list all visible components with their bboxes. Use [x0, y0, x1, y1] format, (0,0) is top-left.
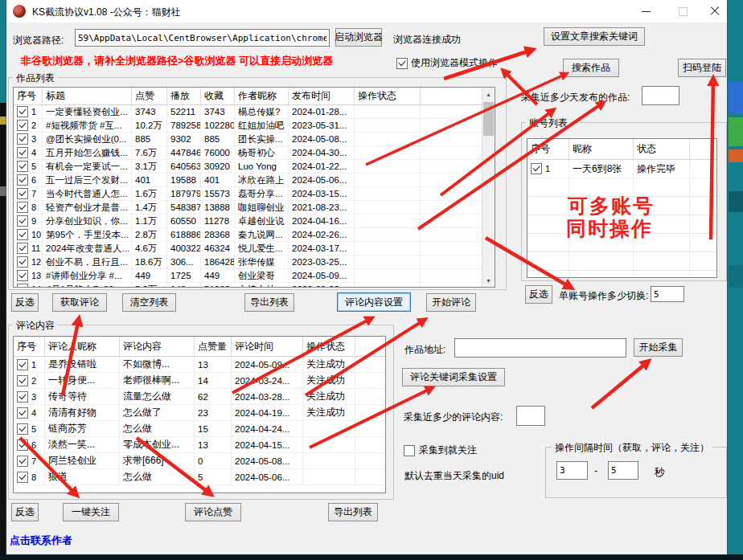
works-table-row[interactable]: 8 轻资产创业才是普... 1.4万 548387 13888 咖姐聊创业 20…: [14, 201, 495, 215]
work-author-cell: 杨哥初心: [235, 146, 289, 159]
works-table-row[interactable]: 7 当今时代普通人怎... 1.6万 187979 15573 磊哥分享... …: [14, 187, 495, 201]
work-plays-cell: 618886: [167, 228, 201, 241]
close-button[interactable]: [703, 0, 727, 22]
checkbox-checked-icon[interactable]: [17, 161, 28, 172]
checkbox-checked-icon[interactable]: [17, 133, 28, 145]
work-author-cell: 咖姐聊创业: [235, 201, 289, 214]
checkbox-checked-icon[interactable]: [17, 147, 28, 158]
col-header-filler: [690, 139, 716, 159]
works-table-row[interactable]: 1 一定要懂轻资创业... 3743 52211 3743 楊总传媒? 2024…: [14, 105, 495, 119]
checkbox-checked-icon[interactable]: [531, 163, 542, 174]
follow-on-collect-checkbox[interactable]: 采集到就关注: [404, 444, 477, 457]
works-table-row[interactable]: 3 @团长实操创业(0... 885 9302 885 团长实操... 2024…: [14, 133, 495, 146]
works-scrollbar[interactable]: ▲ ▼: [482, 88, 495, 287]
checkbox-checked-icon[interactable]: [17, 359, 28, 370]
checkbox-checked-icon[interactable]: [17, 472, 28, 483]
comment-row[interactable]: 5 链商苏芳 怎么做 15 2024-04-24...: [14, 421, 385, 437]
checkbox-checked-icon[interactable]: [17, 202, 28, 213]
like-comments-button[interactable]: 评论点赞: [185, 503, 241, 521]
work-title-cell: 2024年改变普通人...: [43, 242, 132, 255]
works-table-row[interactable]: 14 4月1号晚上7: 30... 5.2万 143... 51928 主持人林…: [14, 283, 495, 288]
get-comments-button[interactable]: 获取评论: [52, 293, 107, 312]
scrollbar-down-icon[interactable]: ▼: [482, 274, 495, 287]
comment-row[interactable]: 4 清清有好物 怎么做了 23 2024-04-19... 关注成功: [14, 405, 385, 421]
works-table-row[interactable]: 2 #短视频带货 #互... 10.2万 789258 102280 红姐加油吧…: [14, 119, 495, 133]
checkbox-checked-icon[interactable]: [17, 243, 28, 254]
row-select-cell: 4: [14, 405, 45, 420]
set-article-keywords-button[interactable]: 设置文章搜索关键词: [544, 27, 645, 46]
works-table-row[interactable]: 9 分享创业知识，你... 1.1万 60550 11278 卓越创业说 202…: [14, 215, 495, 228]
works-table-row[interactable]: 13 #讲师创业分享 #... 449 1725 449 创业梁哥 2024-0…: [14, 269, 495, 283]
checkbox-checked-icon[interactable]: [17, 106, 28, 117]
work-title-cell: 分享创业知识，你...: [43, 215, 132, 227]
interval-min-input[interactable]: [556, 461, 588, 480]
clear-list-button[interactable]: 清空列表: [122, 293, 176, 312]
comment-count-input[interactable]: [516, 406, 545, 426]
checkbox-checked-icon[interactable]: [17, 439, 28, 451]
checkbox-checked-icon[interactable]: [17, 215, 28, 227]
checkbox-checked-icon[interactable]: [17, 120, 28, 131]
checkbox-checked-icon[interactable]: [17, 284, 28, 288]
checkbox-checked-icon[interactable]: [17, 391, 28, 403]
desktop-icon-speck: [729, 265, 743, 288]
works-invert-button[interactable]: 反选: [11, 293, 39, 312]
work-title-cell: #讲师创业分享 #...: [43, 269, 132, 282]
account-row[interactable]: 1 一天6到8张 操作完毕: [527, 160, 716, 178]
work-favs-cell: 102280: [201, 119, 235, 132]
comment-row[interactable]: 6 淡然一笑... 零成本创业... 13 2024-04-15...: [14, 437, 385, 453]
checkbox-checked-icon[interactable]: [17, 423, 28, 435]
export-comments-button[interactable]: 导出列表: [328, 503, 378, 521]
checkbox-checked-icon[interactable]: [17, 407, 28, 419]
col-header: 昵称: [569, 139, 634, 159]
comments-invert-button[interactable]: 反选: [11, 503, 39, 521]
checkbox-checked-icon[interactable]: [17, 270, 28, 281]
checkbox-checked-icon[interactable]: [17, 256, 28, 268]
accounts-invert-button[interactable]: 反选: [525, 285, 552, 304]
comment-row[interactable]: 8 狼道 怎么做 5 2024-05-06...: [14, 469, 385, 485]
comment-likes-cell: 15: [195, 421, 232, 436]
collect-days-input[interactable]: [642, 86, 679, 105]
works-table-row[interactable]: 12 创业不易，且行且... 18.6万 306... 186428 张华传媒 …: [14, 255, 495, 269]
comment-row[interactable]: 1 是乔没错啦 不如微博... 13 2024-05-09... 关注成功: [14, 357, 385, 373]
comment-content-settings-button[interactable]: 评论内容设置: [337, 292, 411, 312]
works-table-row[interactable]: 5 有机会一定要试一... 3.1万 640563 30920 Luo Yong…: [14, 160, 495, 174]
works-table-row[interactable]: 11 2024年改变普通人... 4.6万 400322 46324 悦儿爱生.…: [14, 242, 495, 255]
comment-row[interactable]: 2 一转身便... 老师很棒啊... 14 2024-03-24... 关注成功: [14, 373, 385, 389]
work-title-cell: @团长实操创业(0...: [43, 133, 132, 145]
checkbox-checked-icon[interactable]: [17, 456, 28, 467]
works-table-row[interactable]: 4 五月开始怎么赚钱... 7.6万 447846 76000 杨哥初心 202…: [14, 146, 495, 160]
launch-browser-button[interactable]: 启动浏览器: [335, 28, 382, 47]
comment-row[interactable]: 3 传奇等待 流量怎么做 62 2024-03-28... 关注成功: [14, 389, 385, 405]
browser-mode-checkbox[interactable]: 使用浏览器模式操作: [396, 56, 498, 70]
checkbox-checked-icon[interactable]: [17, 188, 28, 199]
app-window: KS截流协议v1.08 -公众号：猫财社 浏览器路径: 启动浏览器 浏览器连接成…: [6, 0, 727, 554]
contact-author-link[interactable]: 点击联系作者: [10, 533, 72, 548]
search-works-button[interactable]: 搜索作品: [563, 59, 619, 77]
minimize-button[interactable]: [628, 0, 663, 22]
work-favs-cell: 28368: [201, 228, 235, 241]
follow-all-button[interactable]: 一键关注: [63, 503, 119, 521]
checkbox-checked-icon[interactable]: [17, 229, 28, 240]
comment-row[interactable]: 7 阿兰轻创业 求带[666] 0 2024-05-08...: [14, 453, 385, 469]
accounts-table-header: 序号 昵称 状态: [527, 139, 716, 160]
scan-login-button[interactable]: 扫码登陆: [678, 59, 726, 77]
export-works-button[interactable]: 导出列表: [244, 293, 294, 312]
works-table-row[interactable]: 6 五一过后三个发财... 401 19588 401 冰欣在路上 2024-0…: [14, 174, 495, 187]
maximize-button[interactable]: [665, 0, 700, 22]
browser-path-input[interactable]: [75, 29, 330, 47]
start-comment-button[interactable]: 开始评论: [426, 293, 476, 312]
works-table-row[interactable]: 10 第95个，手里没本... 2.8万 618886 28368 秦九说网..…: [14, 228, 495, 242]
account-switch-input[interactable]: [651, 286, 684, 302]
work-author-cell: 悦儿爱生...: [235, 242, 289, 255]
checkbox-checked-icon[interactable]: [17, 375, 28, 386]
row-filler: [355, 453, 385, 468]
scrollbar-up-icon[interactable]: ▲: [482, 88, 495, 100]
checkbox-checked-icon[interactable]: [17, 174, 28, 186]
work-date-cell: 2024-03-15...: [289, 187, 355, 200]
work-title-cell: #短视频带货 #互...: [43, 119, 132, 132]
work-url-input[interactable]: [454, 338, 626, 358]
comment-keyword-settings-button[interactable]: 评论关键词采集设置: [402, 368, 505, 386]
interval-max-input[interactable]: [608, 461, 638, 480]
start-collect-button[interactable]: 开始采集: [634, 338, 683, 357]
scrollbar-thumb[interactable]: [483, 102, 494, 136]
